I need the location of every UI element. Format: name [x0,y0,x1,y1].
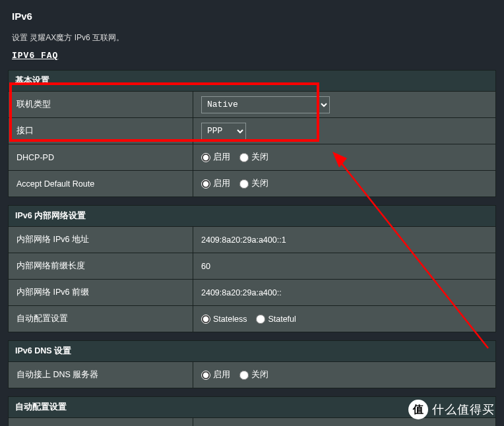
dns-settings-table: IPv6 DNS 设置 自动接上 DNS 服务器 启用 关闭 [8,340,496,388]
label-accept-default-route: Accept Default Route [9,171,193,197]
section-header-dns: IPv6 DNS 设置 [9,341,496,362]
label-interface: 接口 [9,118,193,144]
radio-auto-dns-off[interactable]: 关闭 [239,369,268,380]
label-lan-addr: 内部网络 IPv6 地址 [9,227,193,253]
label-auto-dns: 自动接上 DNS 服务器 [9,362,193,388]
label-lan-prefix: 内部网络 IPv6 前缀 [9,280,193,306]
section-header-lan: IPv6 内部网络设置 [9,206,496,227]
radio-adr-off[interactable]: 关闭 [239,178,268,189]
watermark-text: 什么值得买 [432,402,495,417]
radio-auto-dns-on[interactable]: 启用 [201,369,230,380]
label-prefix-len: 内部网络前缀长度 [9,253,193,280]
faq-link[interactable]: IPV6 FAQ [12,51,58,61]
watermark: 值 什么值得买 [408,400,495,419]
section-header-basic: 基本设置 [9,71,496,92]
page-title: IPv6 [12,11,496,22]
radio-dhcp-pd-off[interactable]: 关闭 [239,152,268,163]
lan-settings-table: IPv6 内部网络设置 内部网络 IPv6 地址 2409:8a20:29a:a… [8,205,496,332]
value-prefix-len: 60 [201,262,210,271]
value-lan-prefix: 2409:8a20:29a:a400:: [201,288,282,297]
label-conn-type: 联机类型 [9,92,193,118]
select-conn-type[interactable]: Native [201,96,330,113]
select-interface[interactable]: PPP [201,123,246,140]
value-lan-addr: 2409:8a20:29a:a400::1 [201,235,286,245]
radio-autoconf-stateless[interactable]: Stateless [201,315,247,324]
basic-settings-table: 基本设置 联机类型 Native 接口 PPP DHCP-PD 启用 关闭 [8,70,496,197]
watermark-badge-icon: 值 [408,400,428,419]
radio-dhcp-pd-on[interactable]: 启用 [201,152,230,163]
label-dhcp-pd: DHCP-PD [9,144,193,171]
radio-adr-on[interactable]: 启用 [201,178,230,189]
label-router-adv: 是否启动路由广播 [9,418,193,427]
radio-autoconf-stateful[interactable]: Stateful [256,315,296,324]
page-description: 设置 灵耀AX魔方 IPv6 互联网。 [12,32,496,44]
label-autoconf: 自动配置设置 [9,306,193,332]
